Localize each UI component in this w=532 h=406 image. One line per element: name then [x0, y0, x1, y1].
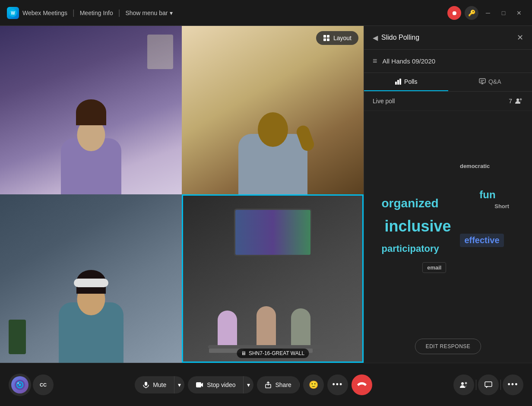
titlebar-right: ⏺ 🔑 ─ □ ✕ — [447, 6, 525, 20]
video-expand-icon: ▾ — [247, 381, 250, 388]
layout-icon — [323, 35, 330, 41]
qa-icon — [479, 78, 486, 85]
toolbar-divider-1 — [476, 380, 476, 390]
plant-3 — [9, 320, 26, 354]
video-cell-3 — [0, 194, 182, 363]
bg-deco-1 — [147, 35, 173, 69]
ai-avatar — [11, 376, 28, 393]
close-button[interactable]: ✕ — [513, 7, 525, 19]
video-cell-1 — [0, 26, 182, 194]
camera-icon — [196, 381, 203, 388]
captions-button[interactable]: CC — [33, 374, 54, 395]
svg-rect-7 — [397, 80, 399, 85]
mic-icon — [142, 381, 149, 388]
participants-icon — [515, 98, 523, 105]
svg-rect-3 — [327, 35, 329, 38]
more-options-button[interactable]: ••• — [327, 374, 348, 395]
word-email: email — [422, 262, 446, 273]
slido-title: ◀ Slido Polling — [373, 34, 419, 42]
monitor — [234, 209, 312, 256]
word-effective: effective — [460, 234, 504, 247]
maximize-button[interactable]: □ — [497, 7, 510, 19]
svg-rect-9 — [479, 79, 485, 83]
mute-button[interactable]: Mute — [135, 376, 174, 393]
live-poll-count: 7 — [509, 98, 523, 105]
ai-icon — [14, 379, 26, 391]
ai-assistant-button[interactable] — [9, 374, 31, 396]
layout-button[interactable]: Layout — [316, 31, 358, 45]
headphones-3 — [74, 279, 108, 287]
video-grid: Layout — [0, 26, 364, 363]
participants-icon — [459, 381, 468, 388]
stop-video-button[interactable]: Stop video — [188, 376, 244, 393]
tab-qa-label: Q&A — [488, 78, 501, 85]
slido-header: ◀ Slido Polling ✕ — [364, 26, 532, 50]
toolbar-left: CC — [9, 374, 54, 396]
slido-tabs: Polls Q&A — [364, 73, 532, 92]
meeting-info-link[interactable]: Meeting Info — [80, 10, 113, 16]
word-participatory: participatory — [377, 241, 443, 256]
poll-count-number: 7 — [509, 98, 512, 105]
hamburger-icon[interactable]: ≡ — [373, 57, 377, 66]
slido-panel: ◀ Slido Polling ✕ ≡ All Hands 09/2020 Po… — [364, 26, 532, 363]
video-cell-2 — [182, 26, 364, 194]
end-call-icon — [357, 382, 367, 388]
stop-video-label: Stop video — [207, 381, 235, 388]
video-inner-1 — [0, 26, 182, 194]
video-control: Stop video ▾ — [188, 376, 253, 393]
mute-expand-icon: ▾ — [178, 381, 181, 388]
polls-icon — [395, 78, 402, 85]
chevron-down-icon: ▾ — [170, 10, 173, 16]
collapse-icon[interactable]: ◀ — [373, 34, 378, 42]
captions-icon: CC — [40, 382, 47, 387]
word-inclusive: inclusive — [380, 216, 455, 237]
live-poll-row: Live poll 7 — [364, 92, 532, 111]
end-call-button[interactable] — [352, 374, 372, 395]
slido-close-button[interactable]: ✕ — [517, 33, 523, 42]
svg-rect-18 — [145, 382, 147, 386]
meeting-name: All Hands 09/2020 — [383, 57, 436, 65]
minimize-button[interactable]: ─ — [482, 7, 494, 19]
more-options-icon: ••• — [332, 380, 343, 389]
svg-rect-8 — [399, 79, 401, 85]
more-right-button[interactable]: ••• — [503, 374, 523, 395]
video-inner-2 — [182, 26, 364, 194]
tab-polls-label: Polls — [404, 78, 417, 85]
chat-button[interactable] — [478, 374, 499, 395]
svg-point-23 — [465, 382, 467, 384]
record-button[interactable]: ⏺ — [447, 6, 461, 20]
svg-rect-6 — [395, 82, 397, 85]
svg-point-16 — [19, 384, 21, 386]
main-content: Layout — [0, 26, 532, 363]
svg-point-13 — [520, 98, 522, 101]
video-label-4: 🖥 SHN7-16-GREAT WALL — [237, 349, 309, 358]
tab-qa[interactable]: Q&A — [448, 73, 532, 91]
titlebar: W Webex Meetings | Meeting Info | Show m… — [0, 0, 532, 26]
edit-response-button[interactable]: EDIT RESPONSE — [415, 339, 481, 354]
mute-chevron[interactable]: ▾ — [174, 376, 184, 393]
person-b — [256, 306, 276, 345]
share-icon — [265, 381, 272, 388]
video-inner-3 — [0, 194, 182, 363]
word-fun: fun — [475, 187, 500, 203]
participants-button[interactable] — [453, 374, 474, 395]
hair-1 — [76, 99, 106, 125]
toolbar-right: ••• — [453, 374, 523, 395]
word-cloud-container: organized fun democratic Short inclusive… — [373, 156, 523, 285]
svg-rect-4 — [323, 38, 326, 41]
slido-meeting-header: ≡ All Hands 09/2020 — [364, 50, 532, 73]
tab-polls[interactable]: Polls — [364, 73, 448, 91]
svg-text:W: W — [11, 11, 15, 16]
svg-point-12 — [516, 98, 519, 101]
share-button[interactable]: Share — [257, 376, 299, 393]
video-chevron[interactable]: ▾ — [244, 376, 253, 393]
reactions-button[interactable]: 🙂 — [303, 374, 324, 395]
show-menu-bar[interactable]: Show menu bar ▾ — [125, 10, 172, 16]
toolbar-center: Mute ▾ Stop video ▾ — [135, 374, 372, 395]
video-person-2 — [182, 26, 364, 194]
monitor-icon: 🖥 — [241, 350, 246, 356]
key-button[interactable]: 🔑 — [465, 6, 478, 20]
svg-rect-24 — [485, 382, 492, 387]
word-democratic: democratic — [456, 161, 494, 171]
chat-icon — [484, 381, 492, 388]
